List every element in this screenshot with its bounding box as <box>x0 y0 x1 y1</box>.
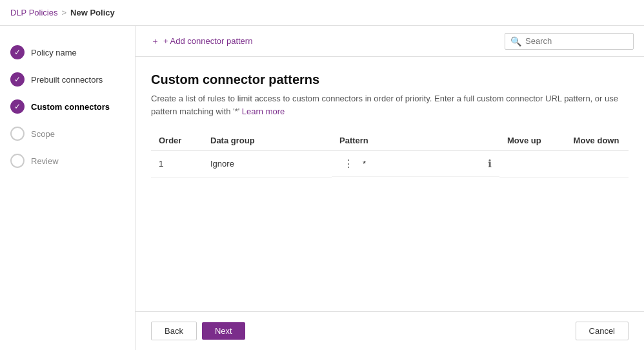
step-circle-prebuilt: ✓ <box>10 72 25 87</box>
cell-data-group: Ignore <box>203 151 332 178</box>
sidebar-item-label: Prebuilt connectors <box>31 75 103 85</box>
search-icon: 🔍 <box>510 36 521 46</box>
page-title: Custom connector patterns <box>151 72 629 87</box>
cell-order: 1 <box>151 151 203 178</box>
cancel-button[interactable]: Cancel <box>576 322 629 340</box>
footer: Back Next Cancel <box>136 311 644 350</box>
learn-more-link[interactable]: Learn more <box>242 107 285 116</box>
table-row: 1 Ignore ⋮ * ℹ <box>151 151 629 178</box>
breadcrumb-separator: > <box>61 8 66 17</box>
connector-patterns-table: Order Data group Pattern Move up Move do… <box>151 130 629 178</box>
sidebar: ✓ Policy name ✓ Prebuilt connectors ✓ Cu… <box>0 26 136 350</box>
column-header-data-group: Data group <box>203 130 332 151</box>
page-description: Create a list of rules to limit access t… <box>151 92 629 118</box>
column-header-move-down: Move down <box>564 130 629 151</box>
sidebar-item-policy-name[interactable]: ✓ Policy name <box>0 39 135 66</box>
step-circle-review <box>10 154 25 168</box>
cell-pattern: ⋮ * ℹ <box>332 151 499 177</box>
step-circle-policy-name: ✓ <box>10 45 25 59</box>
breadcrumb-current: New Policy <box>70 8 115 17</box>
sidebar-item-scope[interactable]: Scope <box>0 120 135 147</box>
cell-move-up <box>499 151 564 178</box>
back-button[interactable]: Back <box>151 322 197 340</box>
step-circle-custom: ✓ <box>10 99 25 114</box>
sidebar-item-label: Policy name <box>31 48 77 57</box>
column-header-move-up: Move up <box>499 130 564 151</box>
breadcrumb: DLP Policies > New Policy <box>0 0 644 26</box>
content-area: ＋ + Add connector pattern 🔍 Custom conne… <box>136 26 644 350</box>
sidebar-item-label: Review <box>31 156 59 166</box>
pattern-value: * <box>363 159 366 169</box>
cell-move-down <box>564 151 629 178</box>
add-connector-pattern-button[interactable]: ＋ + Add connector pattern <box>146 32 257 51</box>
column-header-pattern: Pattern <box>332 130 499 151</box>
step-circle-scope <box>10 127 25 141</box>
sidebar-item-prebuilt-connectors[interactable]: ✓ Prebuilt connectors <box>0 66 135 93</box>
breadcrumb-parent[interactable]: DLP Policies <box>10 8 57 17</box>
next-button[interactable]: Next <box>202 322 245 340</box>
row-options-button[interactable]: ⋮ <box>339 156 357 171</box>
info-icon: ℹ <box>488 158 492 169</box>
sidebar-item-label: Scope <box>31 129 55 139</box>
plus-icon: ＋ <box>151 36 159 47</box>
column-header-order: Order <box>151 130 203 151</box>
search-box: 🔍 <box>505 33 634 50</box>
page-content: Custom connector patterns Create a list … <box>136 57 644 311</box>
toolbar: ＋ + Add connector pattern 🔍 <box>136 26 644 57</box>
sidebar-item-custom-connectors[interactable]: ✓ Custom connectors <box>0 93 135 120</box>
search-input[interactable] <box>525 36 628 46</box>
sidebar-item-label: Custom connectors <box>31 102 110 112</box>
sidebar-item-review[interactable]: Review <box>0 147 135 174</box>
add-connector-label: + Add connector pattern <box>163 36 252 46</box>
